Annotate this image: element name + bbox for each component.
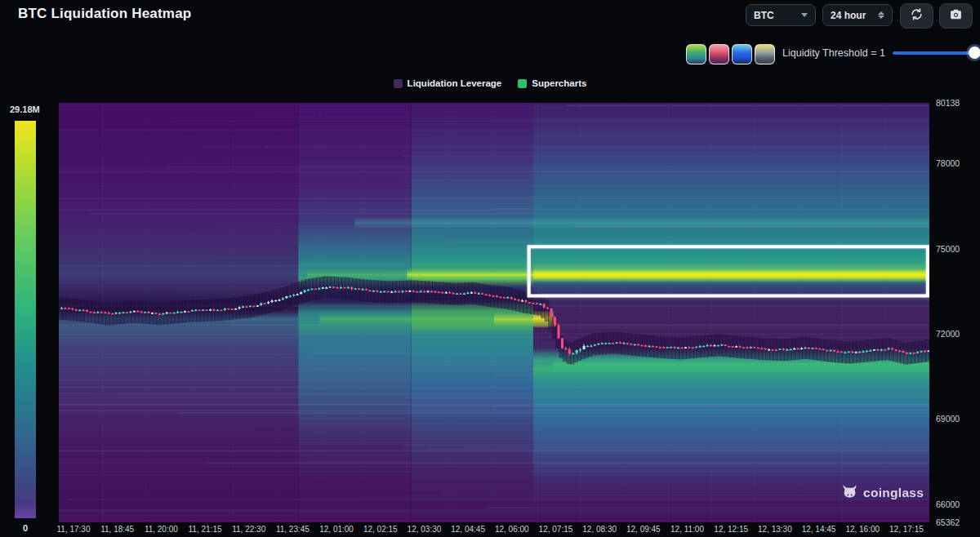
time-axis-label: 12, 07:15 [539,525,573,534]
refresh-button[interactable] [900,3,933,29]
legend-swatch-green [518,79,527,88]
time-axis-label: 11, 21:15 [189,525,222,534]
palette-swatch-blue[interactable] [732,44,752,64]
time-axis-label: 12, 16:00 [845,525,880,534]
time-axis-label: 12, 01:00 [319,525,354,534]
chevron-down-icon [801,13,808,17]
time-axis-label: 11, 23:45 [276,525,310,534]
symbol-select-value: BTC [754,10,774,21]
time-axis-label: 12, 17:15 [889,525,924,534]
price-axis-label: 66000 [936,499,960,509]
price-axis-label: 75000 [936,244,960,254]
palette-swatch-yellow[interactable] [755,44,775,64]
price-axis-label: 78000 [936,158,960,168]
legend-label: Liquidation Leverage [408,78,502,88]
time-axis-label: 12, 09:45 [626,525,661,534]
time-axis-label: 11, 17:30 [57,525,91,534]
watermark-text: coinglass [863,486,924,500]
colorbar-gradient [15,121,36,518]
time-axis-label: 12, 12:15 [714,525,748,534]
time-axis-label: 12, 06:00 [495,525,529,534]
time-axis-label: 11, 22:30 [232,525,265,534]
slider-thumb[interactable] [969,47,980,59]
liquidity-threshold-slider[interactable] [893,51,974,55]
time-axis-label: 12, 14:45 [802,525,836,534]
liquidation-heatmap-canvas[interactable] [59,103,929,522]
time-axis-label: 11, 18:45 [100,525,134,534]
legend: Liquidation Leverage Supercharts [0,78,980,88]
time-axis-label: 12, 03:30 [408,525,442,534]
screenshot-button[interactable] [939,3,973,29]
spinner-icon [878,11,884,19]
legend-swatch-purple [394,79,403,88]
palette-swatch-pink[interactable] [709,44,729,64]
time-axis-label: 12, 11:00 [670,525,704,534]
price-axis-label: 80138 [936,98,960,108]
time-axis-label: 12, 08:30 [582,525,617,534]
colorbar-max-label: 29.18M [10,104,40,114]
time-axis-label: 12, 04:45 [451,525,485,534]
coinglass-bull-icon [842,483,858,502]
interval-select-value: 24 hour [831,10,866,21]
liquidity-threshold-label: Liquidity Threshold = 1 [782,47,885,59]
app-window: BTC Liquidation Heatmap BTC 24 hour Liqu… [0,0,980,537]
palette-swatch-viridis[interactable] [686,44,706,64]
price-axis-label: 69000 [936,414,960,424]
symbol-select[interactable]: BTC [746,4,816,26]
page-title: BTC Liquidation Heatmap [18,6,191,22]
time-axis-label: 11, 20:00 [145,525,178,534]
interval-select[interactable]: 24 hour [822,4,893,26]
watermark: coinglass [842,483,924,502]
legend-item-supercharts[interactable]: Supercharts [518,78,586,88]
time-axis-label: 12, 13:30 [758,525,792,534]
refresh-icon [910,7,924,24]
price-axis-label: 72000 [936,329,960,339]
legend-label: Supercharts [532,78,586,88]
legend-item-liquidation-leverage[interactable]: Liquidation Leverage [394,78,502,88]
price-axis-label: 65362 [936,517,960,527]
camera-icon [949,7,963,24]
time-axis-label: 12, 02:15 [363,525,398,534]
colorbar-min-label: 0 [15,523,36,533]
